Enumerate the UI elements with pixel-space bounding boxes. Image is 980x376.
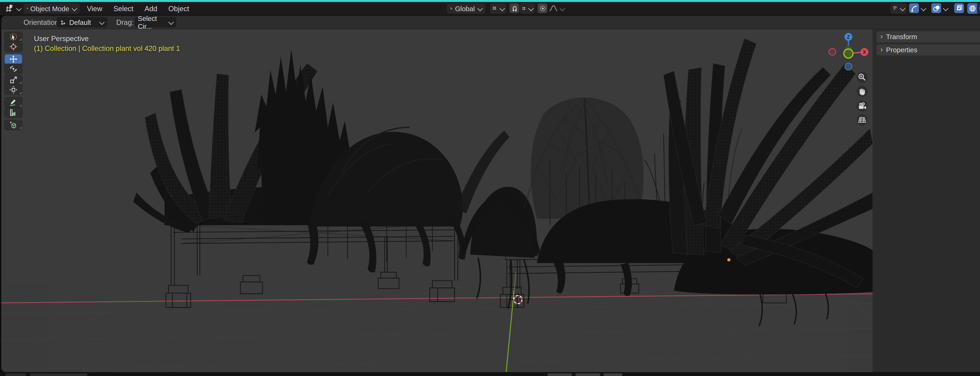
active-object-breadcrumb: (1) Collection | Collection plant vol 42… xyxy=(34,44,180,52)
agave-plant-group xyxy=(663,38,873,327)
menu-bar: View Select Add Object xyxy=(86,2,191,15)
annotate-icon xyxy=(9,98,18,106)
gizmo-x-label: X xyxy=(863,49,866,55)
magnet-icon xyxy=(511,4,518,12)
viewport-editor: Orientation: Default Drag: Select Cir... xyxy=(2,16,980,372)
object-origin-dot xyxy=(727,258,730,262)
orientation-axis-icon xyxy=(450,5,453,12)
chevron-down-icon xyxy=(72,5,77,11)
tool-scale[interactable] xyxy=(5,75,22,85)
snap-magnet-toggle[interactable] xyxy=(509,3,519,13)
orientation-value: Global xyxy=(455,4,475,12)
status-pill xyxy=(603,373,622,376)
3d-viewport[interactable]: Z X xyxy=(2,29,873,372)
orientation-label: Orientation: xyxy=(24,18,61,26)
move-icon xyxy=(9,55,18,63)
panel-transform[interactable]: › Transform xyxy=(877,31,980,42)
chevron-down-icon xyxy=(560,5,565,11)
wireframe-icon xyxy=(968,4,976,12)
menu-object[interactable]: Object xyxy=(167,4,190,12)
overlays-toggle[interactable] xyxy=(931,3,941,13)
gizmo-minus-x-ball[interactable] xyxy=(829,48,836,55)
snap-target-dropdown[interactable] xyxy=(490,3,506,13)
orientation-current-value: Default xyxy=(69,18,96,26)
panel-properties[interactable]: › Properties xyxy=(877,44,980,55)
viewport-nav-buttons xyxy=(856,72,868,125)
menu-view[interactable]: View xyxy=(86,4,104,12)
tool-add-cube[interactable] xyxy=(5,120,22,130)
panel-properties-title: Properties xyxy=(886,46,980,54)
scale-icon xyxy=(9,75,18,84)
tool-options-indicator xyxy=(19,38,21,41)
falloff-dropdown[interactable] xyxy=(549,2,564,15)
view-perspective-label: User Perspective xyxy=(34,35,89,43)
xray-toggle[interactable] xyxy=(954,3,964,13)
shading-solid-button[interactable] xyxy=(977,3,980,13)
gizmos-icon xyxy=(910,4,918,12)
tool-transform[interactable] xyxy=(5,85,22,95)
tool-measure[interactable] xyxy=(5,108,22,117)
measure-icon xyxy=(9,108,18,117)
gizmo-y-ball[interactable] xyxy=(844,49,853,58)
snap-target-icon xyxy=(492,4,497,12)
toggle-orthographic-button[interactable] xyxy=(856,114,868,125)
tool-settings-bar: Orientation: Default Drag: Select Cir... xyxy=(2,16,980,29)
drag-dropdown[interactable]: Select Cir... xyxy=(134,17,176,27)
orientation-dropdown[interactable]: Default xyxy=(57,17,107,27)
show-object-types-dropdown[interactable] xyxy=(890,3,907,13)
chevron-down-icon xyxy=(169,19,174,25)
tool-annotate[interactable] xyxy=(5,97,22,107)
drag-label: Drag: xyxy=(116,18,134,26)
chevron-down-icon xyxy=(500,5,505,11)
panel-transform-title: Transform xyxy=(886,33,980,41)
xray-icon xyxy=(955,4,963,12)
chevron-down-icon xyxy=(99,19,105,25)
status-bar xyxy=(0,372,980,376)
status-pill xyxy=(576,373,600,376)
gizmo-z-label: Z xyxy=(847,34,850,40)
editor-type-button[interactable] xyxy=(5,2,21,15)
gizmos-toggle[interactable] xyxy=(909,3,919,13)
expand-arrow-icon: › xyxy=(880,46,883,53)
pan-button[interactable] xyxy=(856,86,868,97)
tool-rotate[interactable] xyxy=(5,64,22,74)
tool-options-indicator xyxy=(19,92,21,94)
menu-select[interactable]: Select xyxy=(112,4,135,12)
proportional-icon xyxy=(538,4,546,12)
zoom-button[interactable] xyxy=(856,72,868,83)
transform-orientation-dropdown[interactable]: Global xyxy=(447,3,485,13)
mode-dropdown[interactable]: Object Mode xyxy=(24,3,80,13)
chevron-down-icon xyxy=(477,5,483,11)
camera-view-button[interactable] xyxy=(856,100,868,112)
pivot-icon xyxy=(522,4,526,12)
overlays-icon xyxy=(932,4,940,12)
tool-cursor[interactable] xyxy=(5,42,22,52)
chevron-down-icon[interactable] xyxy=(943,5,948,11)
status-pill xyxy=(30,373,88,376)
gizmo-minus-z-ball[interactable] xyxy=(845,63,852,70)
orientation-axis-icon xyxy=(60,19,67,25)
transform-icon xyxy=(9,86,18,94)
proportional-editing-toggle[interactable] xyxy=(538,3,547,13)
status-pill xyxy=(5,373,26,376)
falloff-icon xyxy=(549,4,558,12)
screen-annotation-top-strip xyxy=(0,0,980,2)
viewport-grid xyxy=(2,284,873,372)
editor-type-icon xyxy=(5,3,14,13)
cursor-tool-icon xyxy=(9,43,18,51)
axis-gizmo[interactable]: Z X xyxy=(829,33,869,70)
drag-current-value: Select Cir... xyxy=(138,16,165,30)
shading-wireframe-button[interactable] xyxy=(967,3,977,13)
rotate-icon xyxy=(9,65,18,73)
menu-add[interactable]: Add xyxy=(143,4,159,12)
pivot-point-dropdown[interactable] xyxy=(520,3,535,13)
viewport-scene: Z X xyxy=(2,29,873,372)
add-cube-icon xyxy=(9,121,18,129)
tool-move[interactable] xyxy=(5,54,22,64)
tool-options-indicator xyxy=(19,104,21,106)
sidebar: › Transform › Properties xyxy=(873,29,980,372)
mode-label: Object Mode xyxy=(30,4,69,12)
tool-select-circle[interactable] xyxy=(5,32,22,41)
chevron-down-icon xyxy=(16,5,22,11)
chevron-down-icon[interactable] xyxy=(921,5,926,11)
